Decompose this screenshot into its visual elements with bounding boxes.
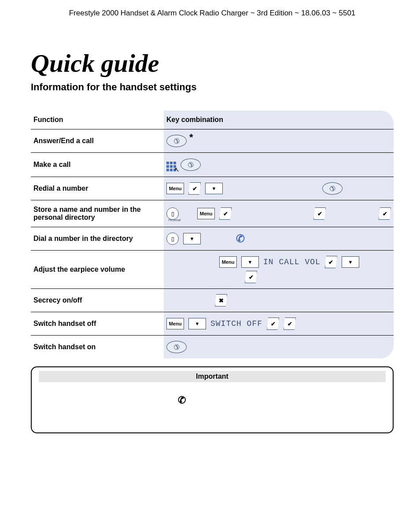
down-button-icon: ▼ — [188, 318, 206, 329]
row-label-switch-off: Switch handset off — [31, 312, 164, 336]
check-button-icon: ✔ — [284, 318, 296, 330]
important-box: Important ✆ — [31, 366, 394, 433]
page-subtitle: Information for the handset settings — [31, 81, 394, 93]
keys-redial: Menu ✔ ▼ ✆ — [164, 177, 394, 200]
col-header-key: Key combination — [164, 111, 394, 129]
down-button-icon: ▼ — [183, 233, 201, 244]
function-table: Function Key combination Answer/End a ca… — [31, 111, 394, 358]
check-button-icon: ✔ — [245, 271, 257, 283]
menu-button-icon: Menu — [166, 318, 184, 329]
row-label-answer-end: Answer/End a call — [31, 129, 164, 153]
keys-answer-end: ✆ * — [164, 129, 394, 153]
document-header: Freestyle 2000 Handset & Alarm Clock Rad… — [31, 9, 394, 18]
row-label-volume: Adjust the earpiece volume — [31, 251, 164, 289]
important-title: Important — [39, 371, 386, 382]
keys-volume: Menu ▼ IN CALL VOL ✔ ▼ ✔ — [164, 251, 394, 289]
keys-make-call: ↖ ✆ — [164, 153, 394, 177]
talk-button-icon: ✆ — [181, 159, 201, 171]
keys-secrecy: ✖ — [164, 289, 394, 312]
lcd-switch-off: SWITCH OFF — [210, 319, 262, 328]
row-label-secrecy: Secrecy on/off — [31, 289, 164, 312]
menu-button-icon: Menu — [166, 183, 184, 194]
keys-switch-off: Menu ▼ SWITCH OFF ✔ ✔ — [164, 312, 394, 336]
down-button-icon: ▼ — [342, 256, 359, 268]
row-label-switch-on: Switch handset on — [31, 336, 164, 359]
directory-button-icon: ▯ — [166, 233, 179, 245]
check-button-icon: ✔ — [313, 207, 326, 220]
check-button-icon: ✔ — [188, 182, 201, 195]
asterisk-icon: * — [189, 132, 193, 143]
cancel-button-icon: ✖ — [215, 294, 227, 307]
col-header-function: Function — [31, 111, 164, 129]
page-title: Quick guide — [31, 48, 394, 78]
check-button-icon: ✔ — [267, 318, 279, 330]
check-button-icon: ✔ — [379, 207, 391, 220]
keypad-icon: ↖ — [166, 158, 176, 171]
phone-icon: ✆ — [236, 233, 245, 245]
row-label-make-call: Make a call — [31, 153, 164, 177]
down-button-icon: ▼ — [241, 256, 259, 268]
menu-button-icon: Menu — [219, 256, 237, 268]
keys-dial-dir: ▯ ▼ ✆ — [164, 227, 394, 251]
menu-button-icon: Menu — [197, 208, 215, 219]
keys-store: ▯ Personal Menu ✔ ✔ ✔ — [164, 200, 394, 227]
down-button-icon: ▼ — [205, 183, 223, 194]
check-button-icon: ✔ — [325, 256, 337, 268]
talk-button-icon: ✆ — [166, 341, 187, 353]
row-label-redial: Redial a number — [31, 177, 164, 200]
row-label-dial-dir: Dial a number in the directory — [31, 227, 164, 251]
phone-icon: ✆ — [178, 395, 186, 406]
lcd-in-call-vol: IN CALL VOL — [263, 258, 321, 266]
row-label-store: Store a name and number in the personal … — [31, 200, 164, 227]
talk-button-icon: ✆ — [322, 182, 343, 195]
directory-button-icon: ▯ — [166, 207, 179, 220]
talk-button-icon: ✆ — [166, 135, 187, 147]
check-button-icon: ✔ — [219, 207, 232, 220]
personal-label: Personal — [168, 218, 181, 222]
keys-switch-on: ✆ — [164, 336, 394, 359]
